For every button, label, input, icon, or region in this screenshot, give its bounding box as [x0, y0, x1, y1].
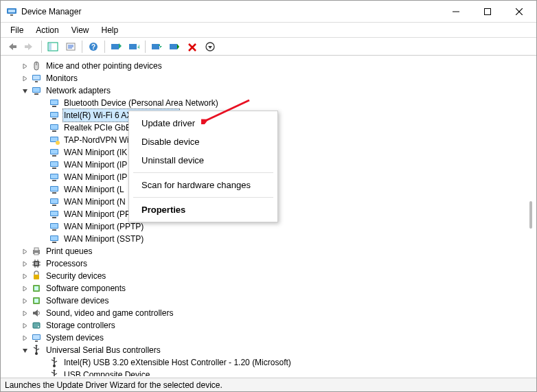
tree-node[interactable]: Security devices	[10, 270, 532, 282]
tree-node-label: WAN Miniport (N	[62, 196, 127, 208]
tree-node[interactable]: Mice and other pointing devices	[10, 60, 532, 72]
scrollbar-thumb[interactable]	[529, 201, 532, 229]
tree-node[interactable]: Software devices	[10, 295, 532, 307]
svg-rect-48	[52, 168, 56, 169]
expand-icon[interactable]	[20, 246, 30, 256]
tree-node-label: WAN Miniport (L	[62, 183, 126, 196]
expander-none	[38, 185, 47, 194]
tree-node-label: USB Composite Device	[62, 369, 151, 376]
expander-none	[38, 370, 47, 376]
tree-node[interactable]: Bluetooth Device (Personal Area Network)	[10, 97, 532, 109]
tree-node-label: Storage controllers	[45, 319, 117, 332]
svg-rect-53	[51, 187, 58, 191]
menu-file[interactable]: File	[5, 24, 29, 36]
tree-node[interactable]: Intel(R) USB 3.20 eXtensible Host Contro…	[10, 356, 532, 369]
context-menu-separator	[133, 197, 273, 198]
expand-icon[interactable]	[20, 61, 30, 71]
expander-none	[38, 135, 47, 145]
show-hide-console-tree-button[interactable]	[45, 39, 61, 54]
collapse-icon[interactable]	[20, 345, 30, 355]
svg-rect-50	[51, 174, 58, 178]
menu-help[interactable]: Help	[96, 24, 124, 36]
tree-node[interactable]: Monitors	[10, 72, 532, 84]
svg-point-86	[38, 326, 39, 327]
tree-node[interactable]: System devices	[10, 332, 532, 344]
usb-icon	[49, 357, 60, 368]
context-menu-item[interactable]: Uninstall device	[129, 151, 277, 170]
more-actions-button[interactable]	[202, 39, 218, 54]
tree-node-label: System devices	[45, 332, 105, 344]
scan-hardware-button[interactable]	[108, 39, 124, 54]
statusbar: Launches the Update Driver Wizard for th…	[1, 378, 536, 391]
close-button[interactable]	[503, 1, 535, 22]
tree-node[interactable]: USB Composite Device	[10, 369, 532, 376]
svg-rect-8	[25, 45, 28, 48]
help-toolbar-button[interactable]: ?	[85, 39, 102, 54]
tree-node[interactable]: Universal Serial Bus controllers	[10, 344, 532, 356]
expand-icon[interactable]	[20, 73, 30, 83]
tree-node-label: WAN Miniport (SSTP)	[62, 233, 145, 245]
svg-rect-38	[51, 125, 58, 129]
context-menu-item[interactable]: Disable device	[129, 132, 277, 151]
tree-node[interactable]: WAN Miniport (SSTP)	[10, 233, 532, 245]
expand-icon[interactable]	[20, 271, 30, 281]
update-driver-toolbar-button[interactable]	[148, 39, 165, 54]
svg-rect-69	[34, 253, 38, 255]
expand-icon[interactable]	[20, 308, 30, 318]
expander-none	[38, 123, 47, 132]
add-legacy-hardware-button[interactable]: +	[126, 39, 142, 54]
svg-rect-44	[51, 150, 58, 154]
usb-icon	[49, 369, 60, 376]
context-menu-separator	[133, 172, 273, 173]
tree-node[interactable]: Processors	[10, 257, 532, 270]
svg-rect-27	[35, 81, 38, 82]
expand-icon[interactable]	[20, 333, 30, 343]
svg-rect-10	[49, 43, 52, 50]
expand-icon[interactable]	[20, 284, 30, 293]
network-icon	[49, 221, 60, 232]
back-button[interactable]	[4, 39, 21, 54]
cpu-icon	[31, 258, 42, 269]
expander-none	[38, 197, 47, 207]
forward-button[interactable]	[22, 39, 38, 54]
context-menu-item[interactable]: Scan for hardware changes	[129, 176, 277, 194]
expand-icon[interactable]	[20, 259, 30, 268]
tree-node[interactable]: Software components	[10, 282, 532, 295]
tap-icon	[49, 135, 60, 146]
context-menu-item[interactable]: Properties	[129, 200, 277, 219]
context-menu-item[interactable]: Update driver	[129, 114, 277, 132]
tree-node[interactable]: Storage controllers	[10, 319, 532, 332]
monitor-icon	[31, 73, 42, 84]
expander-none	[38, 209, 47, 219]
tree-node-label: TAP-NordVPN Wi	[62, 134, 130, 146]
expand-icon[interactable]	[20, 296, 30, 305]
toolbar: ? +	[1, 38, 536, 56]
expander-none	[38, 222, 47, 231]
tree-node-label: Universal Serial Bus controllers	[45, 344, 162, 356]
network-icon	[49, 159, 60, 170]
toolbar-separator	[104, 41, 105, 53]
maximize-button[interactable]	[472, 1, 503, 22]
uninstall-device-toolbar-button[interactable]	[184, 39, 201, 54]
tree-node-label: Sound, video and game controllers	[45, 307, 174, 319]
expand-icon[interactable]	[20, 321, 30, 330]
tree-node-label: Software components	[45, 282, 127, 295]
svg-rect-21	[170, 44, 177, 49]
tree-node[interactable]: Print queues	[10, 245, 532, 257]
collapse-icon[interactable]	[20, 86, 30, 95]
svg-rect-20	[152, 44, 159, 49]
disable-device-toolbar-button[interactable]	[166, 39, 183, 54]
tree-node[interactable]: Sound, video and game controllers	[10, 307, 532, 319]
svg-rect-33	[52, 106, 56, 107]
tree-node-label: WAN Miniport (IK	[62, 146, 128, 159]
tree-node[interactable]: Network adapters	[10, 84, 532, 97]
properties-toolbar-button[interactable]	[62, 39, 79, 54]
svg-rect-35	[51, 113, 58, 117]
expander-none	[38, 111, 47, 120]
menu-action[interactable]: Action	[30, 24, 64, 36]
menu-view[interactable]: View	[66, 24, 95, 36]
svg-rect-17	[111, 44, 119, 49]
minimize-button[interactable]	[440, 1, 472, 22]
svg-rect-54	[52, 192, 56, 194]
tree-node-label: Network adapters	[45, 84, 112, 97]
